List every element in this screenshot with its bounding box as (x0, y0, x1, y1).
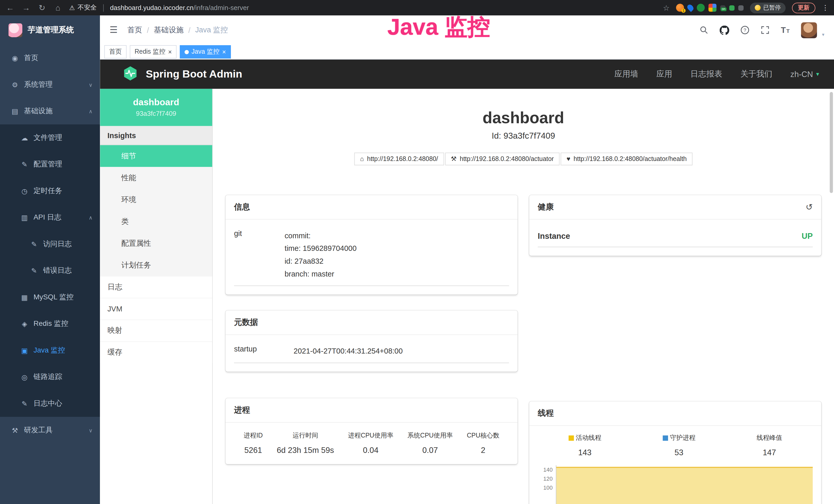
sidebar-item-label: 首页 (24, 53, 38, 63)
sidebar-item-label: 系统管理 (24, 80, 53, 89)
browser-menu-icon[interactable]: ⋮ (822, 4, 829, 12)
card-title: 健康 (538, 202, 554, 212)
infra-submenu: ☁ 文件管理 ✎ 配置管理 ◷ 定时任务 ▥ API 日志 ∧ ✎ 访问日志 ✎ (0, 124, 100, 417)
fullscreen-icon[interactable] (761, 25, 770, 35)
close-icon[interactable]: × (222, 48, 226, 55)
legend-label: 线程峰值 (757, 433, 782, 442)
breadcrumb: 首页 / 基础设施 / Java 监控 (127, 25, 228, 35)
sidebar-item-jobs[interactable]: ◷ 定时任务 (0, 178, 100, 204)
sidebar-item-system[interactable]: ⚙ 系统管理 ∨ (0, 71, 100, 98)
extension-icon-green[interactable] (697, 4, 705, 12)
scrollbar-thumb[interactable] (830, 92, 833, 193)
link-url: http://192.168.0.2:48080/actuator (460, 155, 554, 163)
font-size-icon[interactable]: TT (781, 25, 790, 35)
instance-label: Instance (538, 231, 570, 240)
tab-label: Redis 监控 (135, 47, 166, 56)
tags-view-bar: 首页 Redis 监控 × Java 监控 × (100, 45, 834, 60)
sidebar-item-label: API 日志 (34, 212, 61, 222)
active-threads-area (556, 467, 813, 504)
threads-card: 线程 活动线程 143 守护进程 (529, 401, 821, 504)
sidebar-item-infra[interactable]: ▤ 基础设施 ∧ (0, 98, 100, 124)
actuator-url-link[interactable]: ⚒ http://192.168.0.2:48080/actuator (445, 153, 559, 165)
extension-icon-leaf[interactable] (729, 5, 734, 10)
hamburger-icon[interactable]: ☰ (110, 24, 118, 36)
tab-label: Java 监控 (192, 47, 220, 56)
service-url-link[interactable]: ⌂ http://192.168.0.2:48080/ (354, 153, 444, 165)
sidebar-item-api-log[interactable]: ▥ API 日志 ∧ (0, 204, 100, 231)
github-icon[interactable] (720, 25, 729, 35)
breadcrumb-home[interactable]: 首页 (127, 25, 142, 35)
tab-redis-monitor[interactable]: Redis 监控 × (130, 45, 176, 59)
sba-item-mappings[interactable]: 映射 (100, 320, 212, 342)
avatar[interactable] (802, 22, 817, 38)
forward-icon[interactable]: → (21, 3, 31, 12)
metadata-value: 2021-04-27T00:44:31.254+08:00 (293, 345, 509, 358)
help-icon[interactable]: ? (741, 25, 749, 35)
security-indicator[interactable]: ⚠ 不安全 (69, 3, 96, 12)
stat-label: 系统CPU使用率 (408, 431, 453, 440)
extension-icon-switch[interactable]: on (720, 5, 726, 10)
sba-item-environment[interactable]: 环境 (100, 189, 212, 210)
sba-item-jvm[interactable]: JVM (100, 298, 212, 320)
sidebar-item-mysql[interactable]: ▦ MySQL 监控 (0, 284, 100, 311)
health-url-link[interactable]: ♥ http://192.168.0.2:48080/actuator/heal… (561, 153, 693, 165)
sidebar-item-label: 配置管理 (34, 159, 62, 169)
chevron-down-icon: ∨ (89, 82, 92, 88)
tab-java-monitor[interactable]: Java 监控 × (180, 45, 231, 59)
close-icon[interactable]: × (168, 48, 172, 55)
paused-pill[interactable]: 已暂停 (750, 2, 786, 13)
sba-item-logs[interactable]: 日志 (100, 276, 212, 298)
card-title: 进程 (234, 405, 250, 415)
sidebar-item-java[interactable]: ▣ Java 监控 (0, 337, 100, 364)
sba-item-configprops[interactable]: 配置属性 (100, 232, 212, 254)
extension-icon-puzzle[interactable] (738, 5, 744, 10)
sba-item-caches[interactable]: 缓存 (100, 341, 212, 363)
health-card: 健康 ↺ Instance UP (529, 195, 821, 256)
address-bar[interactable]: dashboard.yudao.iocoder.cn/infra/admin-s… (110, 4, 249, 12)
stat-value: 0.07 (422, 445, 438, 455)
sba-nav-about[interactable]: 关于我们 (740, 69, 772, 79)
breadcrumb-infra[interactable]: 基础设施 (154, 25, 184, 35)
chevron-down-icon: ▾ (816, 71, 819, 77)
sba-brand[interactable]: Spring Boot Admin (146, 68, 242, 81)
home-icon[interactable]: ⌂ (53, 3, 63, 12)
sba-app-header[interactable]: dashboard 93a3fc7f7409 (100, 89, 212, 126)
legend-value: 147 (763, 448, 776, 457)
search-icon[interactable] (699, 25, 708, 35)
sidebar-item-tracing[interactable]: ◎ 链路追踪 (0, 364, 100, 390)
sidebar-item-home[interactable]: ◉ 首页 (0, 45, 100, 71)
sba-locale-select[interactable]: zh-CN ▾ (790, 70, 819, 78)
tab-home[interactable]: 首页 (104, 45, 127, 59)
sidebar-item-files[interactable]: ☁ 文件管理 (0, 124, 100, 151)
extension-icon-drop[interactable] (686, 3, 695, 12)
sidebar-item-redis[interactable]: ◈ Redis 监控 (0, 311, 100, 337)
sidebar-item-config[interactable]: ✎ 配置管理 (0, 151, 100, 178)
page-subtitle: Id: 93a3fc7f7409 (213, 131, 834, 141)
history-icon[interactable]: ↺ (806, 202, 813, 212)
sidebar-item-error-log[interactable]: ✎ 错误日志 (0, 257, 100, 284)
sba-nav-journal[interactable]: 日志报表 (690, 69, 722, 79)
sba-item-details[interactable]: 细节 (100, 145, 212, 167)
reload-icon[interactable]: ↻ (37, 3, 47, 12)
app-logo-row[interactable]: 芋道管理系统 (0, 16, 100, 45)
stat-process-cpu: 进程CPU使用率 0.04 (348, 431, 394, 455)
sba-nav-applications[interactable]: 应用 (656, 69, 672, 79)
bookmark-star-icon[interactable]: ☆ (663, 3, 670, 12)
back-icon[interactable]: ← (5, 3, 15, 12)
sidebar-item-devtools[interactable]: ⚒ 研发工具 ∨ (0, 417, 100, 444)
sba-item-metrics[interactable]: 性能 (100, 167, 212, 189)
dashboard-icon: ◉ (10, 54, 19, 62)
sba-nav-wallboard[interactable]: 应用墙 (614, 69, 638, 79)
infra-icon: ▤ (10, 107, 19, 115)
extension-icon-orange[interactable]: 1 (676, 4, 684, 12)
update-button[interactable]: 更新 (792, 2, 815, 13)
process-card: 进程 进程ID 5261 运行时间 (225, 398, 518, 464)
extension-icon-grid[interactable] (708, 4, 716, 12)
sba-item-scheduled-tasks[interactable]: 计划任务 (100, 254, 212, 276)
main-sidebar: 芋道管理系统 ◉ 首页 ⚙ 系统管理 ∨ ▤ 基础设施 ∧ ☁ 文件管理 ✎ 配… (0, 16, 100, 504)
sidebar-item-log-center[interactable]: ✎ 日志中心 (0, 390, 100, 417)
sidebar-item-access-log[interactable]: ✎ 访问日志 (0, 231, 100, 257)
browser-chrome: ← → ↻ ⌂ ⚠ 不安全 dashboard.yudao.iocoder.cn… (0, 0, 834, 16)
legend-label: 活动线程 (576, 433, 601, 442)
sba-item-classes[interactable]: 类 (100, 210, 212, 232)
